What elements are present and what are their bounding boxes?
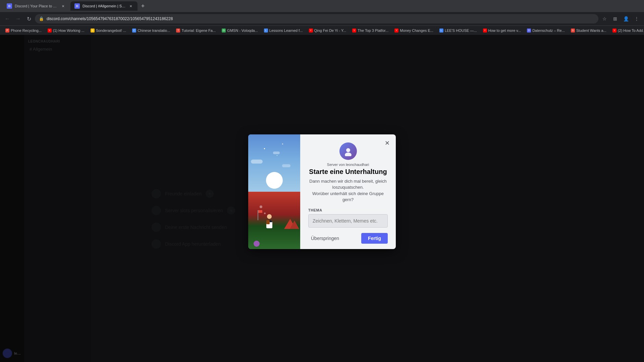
- bookmark-3[interactable]: S Sonderangebot! ...: [88, 27, 129, 34]
- field-label: THEMA: [308, 208, 388, 212]
- server-label: Server von leonchaudhari: [308, 163, 388, 167]
- bookmark-icon-13: D: [527, 28, 531, 33]
- bookmark-9[interactable]: Y The Top 3 Platfor...: [350, 27, 391, 34]
- bookmark-4[interactable]: C Chinese translatio...: [129, 27, 173, 34]
- bookmark-5[interactable]: T Tutorial: Eigene Fa...: [173, 27, 218, 34]
- lock-icon: 🔒: [39, 16, 44, 21]
- svg-point-0: [346, 148, 350, 152]
- modal-title: Starte eine Unterhaltung: [308, 168, 388, 176]
- tab-bar: D Discord | Your Place to Talk a... ✕ D …: [0, 0, 644, 12]
- cloud-2: [282, 164, 290, 167]
- bookmark-icon-12: Y: [483, 28, 487, 33]
- modal-overlay: ✕ Server von leonchaudhari Starte eine U…: [0, 35, 644, 362]
- modal-footer: Überspringen Fertig: [308, 228, 388, 249]
- bookmark-icon-9: Y: [352, 28, 356, 33]
- extensions-button[interactable]: ⊞: [610, 14, 620, 23]
- browser-chrome: D Discord | Your Place to Talk a... ✕ D …: [0, 0, 644, 35]
- avatar-icon: [343, 146, 353, 156]
- menu-button[interactable]: ⋮: [632, 14, 641, 23]
- bookmark-7[interactable]: L Lessons Learned f...: [261, 27, 306, 34]
- submit-button[interactable]: Fertig: [361, 233, 388, 244]
- server-avatar: [339, 142, 357, 160]
- new-tab-button[interactable]: +: [138, 1, 148, 11]
- modal-close-button[interactable]: ✕: [382, 138, 392, 148]
- bookmark-14[interactable]: S Student Wants a...: [568, 27, 609, 34]
- bookmark-8[interactable]: Y Qing Fei De Yi - Y...: [306, 27, 349, 34]
- profile-button[interactable]: 👤: [621, 14, 631, 23]
- tab-discord-home[interactable]: D Discord | Your Place to Talk a... ✕: [3, 1, 70, 11]
- nav-bar: ← → ↻ 🔒 discord.com/channels/10565479476…: [0, 12, 644, 25]
- bookmark-2[interactable]: Y (1) How Working ...: [45, 27, 87, 34]
- page-content: LEONCHAUDHARI # Allgemein Freunde einlad…: [0, 35, 644, 362]
- theme-input[interactable]: [308, 214, 388, 228]
- server-avatar-inner: [339, 142, 357, 160]
- bookmark-icon-7: L: [264, 28, 268, 33]
- bookmark-icon-14: S: [571, 28, 575, 33]
- bookmark-icon-15: Y: [612, 28, 616, 33]
- bookmark-icon-10: Y: [394, 28, 398, 33]
- bookmark-icon-8: Y: [309, 28, 313, 33]
- bookmark-icon-6: G: [222, 28, 226, 33]
- illustration-moon: [266, 172, 283, 189]
- nav-actions: ☆ ⊞ 👤 ⋮: [600, 14, 641, 23]
- refresh-button[interactable]: ↻: [24, 14, 34, 23]
- bookmarks-bar: P Phone Recycling... Y (1) How Working .…: [0, 25, 644, 35]
- tab-close-1[interactable]: ✕: [60, 3, 66, 9]
- tent-2: [290, 221, 299, 229]
- modal-content: ✕ Server von leonchaudhari Starte eine U…: [300, 134, 396, 249]
- star-2: [277, 155, 277, 156]
- bookmark-11[interactable]: L LEE'S HOUSE —...: [437, 27, 480, 34]
- bubble-2: [264, 213, 266, 214]
- bookmark-icon-5: T: [176, 28, 180, 33]
- modal-description: Dann machen wir dich mal bereit, gleich …: [308, 178, 388, 203]
- star-1: [264, 148, 265, 149]
- bookmark-icon-2: Y: [48, 28, 52, 33]
- tab-label-1: Discord | Your Place to Talk a...: [15, 4, 58, 8]
- tab-favicon-1: D: [7, 3, 12, 9]
- modal-illustration: [248, 134, 300, 249]
- tab-close-2[interactable]: ✕: [128, 3, 133, 9]
- skip-button[interactable]: Überspringen: [308, 234, 342, 242]
- bookmark-13[interactable]: D Datenschutz – Re...: [524, 27, 568, 34]
- illustration-orb: [254, 241, 260, 247]
- cloud-1: [251, 160, 263, 164]
- back-button[interactable]: ←: [3, 14, 12, 23]
- bookmark-1[interactable]: P Phone Recycling...: [3, 27, 44, 34]
- bookmark-6[interactable]: G GMSN - Voloqda...: [219, 27, 261, 34]
- bookmark-10[interactable]: Y Money Changes E...: [392, 27, 436, 34]
- address-text: discord.com/channels/1056547947631870022…: [47, 16, 173, 21]
- modal-dialog: ✕ Server von leonchaudhari Starte eine U…: [248, 134, 396, 249]
- illustration-flag: [258, 210, 258, 220]
- tab-favicon-2: D: [74, 3, 80, 9]
- illustration-character: [266, 214, 272, 228]
- bookmark-icon-3: S: [91, 28, 95, 33]
- forward-button[interactable]: →: [13, 14, 23, 23]
- cloud-3: [273, 152, 280, 154]
- bookmark-15[interactable]: Y (2) How To Add A...: [610, 27, 644, 34]
- tab-label-2: Discord | #Allgemein | Server...: [83, 4, 125, 8]
- bookmark-icon-4: C: [132, 28, 136, 33]
- bookmark-icon-11: L: [439, 28, 443, 33]
- address-bar[interactable]: 🔒 discord.com/channels/10565479476318700…: [35, 14, 598, 23]
- bookmark-icon-1: P: [5, 28, 9, 33]
- svg-point-1: [345, 153, 352, 156]
- bookmark-star-button[interactable]: ☆: [600, 14, 609, 23]
- bookmark-12[interactable]: Y How to get more v...: [480, 27, 524, 34]
- tab-discord-allgemein[interactable]: D Discord | #Allgemein | Server... ✕: [70, 1, 138, 11]
